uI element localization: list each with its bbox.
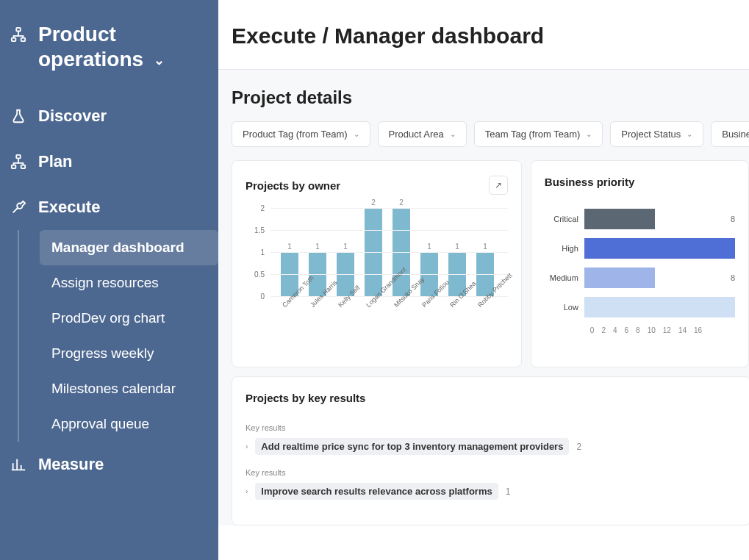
x-tick: 16 [694, 326, 702, 334]
x-tick: 14 [678, 326, 687, 334]
card-title: Projects by owner [246, 179, 340, 192]
sitemap-icon [10, 154, 26, 170]
hbar-label: Medium [545, 273, 584, 282]
key-result-label: Add realtime price sync for top 3 invent… [255, 438, 569, 455]
bar-value: 1 [343, 243, 348, 251]
hbar-label: High [545, 244, 584, 253]
hbar-label: Critical [545, 215, 584, 223]
x-tick: 10 [648, 326, 656, 334]
card-projects-by-key-results: Projects by key results Key results›Add … [232, 376, 749, 525]
sitemap-icon [10, 26, 26, 43]
filter-team-tag[interactable]: Team Tag (from Team)⌄ [474, 121, 603, 147]
card-title: Projects by key results [246, 392, 737, 404]
svg-rect-3 [16, 155, 21, 159]
svg-rect-1 [12, 38, 16, 42]
subnav-item-assign-resources[interactable]: Assign resources [40, 265, 218, 301]
svg-rect-4 [12, 165, 16, 169]
expand-icon: ↗ [495, 180, 502, 190]
chevron-down-icon: ⌄ [687, 130, 692, 138]
nav-label: Plan [38, 152, 72, 171]
svg-rect-0 [16, 28, 21, 32]
subnav-execute: Manager dashboard Assign resources ProdD… [18, 230, 218, 442]
chart-business-priority: Critical8HighMedium8Low [545, 201, 735, 317]
key-results-group-label: Key results [246, 423, 737, 432]
chart-projects-by-owner: 00.511.52 11122111 Cameron TothJules Har… [246, 208, 508, 355]
nav-item-measure[interactable]: Measure [0, 442, 218, 487]
main-panel: Execute / Manager dashboard Project deta… [218, 0, 749, 560]
card-projects-by-owner: Projects by owner ↗ 00.511.52 11122111 C… [232, 160, 522, 367]
bar-value: 2 [371, 198, 376, 207]
hbar-row[interactable]: High [545, 238, 735, 259]
workspace-title[interactable]: Product operations ⌄ [38, 22, 201, 71]
filter-project-status[interactable]: Project Status⌄ [610, 121, 703, 147]
sidebar-header[interactable]: Product operations ⌄ [0, 7, 218, 93]
nav-item-plan[interactable]: Plan [0, 139, 218, 184]
cards-row: Projects by owner ↗ 00.511.52 11122111 C… [218, 160, 749, 367]
bar-value: 1 [455, 243, 459, 251]
key-results-group-label: Key results [246, 468, 737, 477]
x-tick: 6 [625, 326, 629, 334]
y-tick: 0.5 [254, 270, 265, 279]
bar-value: 2 [399, 198, 404, 207]
nav-label: Execute [38, 198, 100, 217]
bar-chart-icon [10, 456, 26, 473]
hbar-value: 8 [731, 273, 735, 282]
bar[interactable]: 2 [365, 198, 382, 296]
subnav-item-manager-dashboard[interactable]: Manager dashboard [40, 230, 218, 265]
workspace-title-text: Product operations [38, 23, 143, 71]
nav-label: Measure [38, 455, 104, 474]
section-title: Project details [218, 70, 749, 121]
bar-value: 1 [427, 243, 431, 251]
nav-item-discover[interactable]: Discover [0, 93, 218, 139]
sidebar: Product operations ⌄ Discover Plan Execu… [0, 0, 218, 560]
wrench-icon [10, 199, 26, 215]
chevron-down-icon: ⌄ [154, 53, 165, 69]
x-tick: 0 [590, 326, 595, 334]
subnav-item-approval-queue[interactable]: Approval queue [40, 406, 218, 442]
hbar-label: Low [545, 303, 584, 312]
nav-item-execute[interactable]: Execute [0, 184, 218, 230]
key-result-count: 2 [576, 442, 581, 452]
x-tick: 12 [663, 326, 671, 334]
expand-button[interactable]: ↗ [489, 176, 508, 195]
filter-bar: Product Tag (from Team)⌄ Product Area⌄ T… [218, 121, 749, 160]
chevron-down-icon: ⌄ [450, 130, 456, 138]
key-result-row[interactable]: ›Improve search results relevance across… [246, 483, 737, 500]
x-tick: 2 [601, 326, 606, 334]
x-tick: 4 [613, 326, 617, 334]
subnav-item-proddev-org-chart[interactable]: ProdDev org chart [40, 301, 218, 336]
key-result-row[interactable]: ›Add realtime price sync for top 3 inven… [246, 438, 737, 455]
subnav-item-milestones-calendar[interactable]: Milestones calendar [40, 371, 218, 406]
chevron-down-icon: ⌄ [354, 130, 359, 138]
hbar-row[interactable]: Low [545, 297, 735, 317]
nav-label: Discover [38, 107, 107, 126]
key-result-label: Improve search results relevance across … [255, 483, 498, 500]
hbar-row[interactable]: Medium8 [545, 268, 735, 288]
filter-product-area[interactable]: Product Area⌄ [378, 121, 467, 147]
svg-rect-2 [21, 38, 25, 42]
chevron-right-icon[interactable]: › [246, 487, 248, 495]
svg-rect-5 [21, 165, 25, 169]
chevron-down-icon: ⌄ [586, 130, 592, 138]
y-tick: 2 [260, 204, 265, 212]
chevron-right-icon[interactable]: › [246, 442, 248, 450]
subnav-item-progress-weekly[interactable]: Progress weekly [40, 336, 218, 371]
content-area: Project details Product Tag (from Team)⌄… [218, 70, 749, 525]
filter-product-tag[interactable]: Product Tag (from Team)⌄ [232, 121, 370, 147]
y-tick: 1 [260, 248, 265, 256]
bar-value: 1 [315, 243, 320, 251]
card-business-priority: Business priority Critical8HighMedium8Lo… [531, 160, 749, 367]
bar-value: 1 [287, 243, 292, 251]
y-tick: 0 [260, 292, 265, 301]
hbar-row[interactable]: Critical8 [545, 209, 735, 229]
hbar-value: 8 [731, 215, 735, 223]
card-title: Business priority [545, 176, 635, 188]
key-result-count: 1 [506, 487, 511, 497]
flask-icon [10, 108, 26, 124]
bar-value: 1 [483, 243, 487, 251]
filter-business-priority[interactable]: Business P [711, 121, 749, 147]
y-tick: 1.5 [254, 226, 265, 234]
breadcrumb: Execute / Manager dashboard [218, 7, 749, 70]
x-tick: 8 [636, 326, 640, 334]
